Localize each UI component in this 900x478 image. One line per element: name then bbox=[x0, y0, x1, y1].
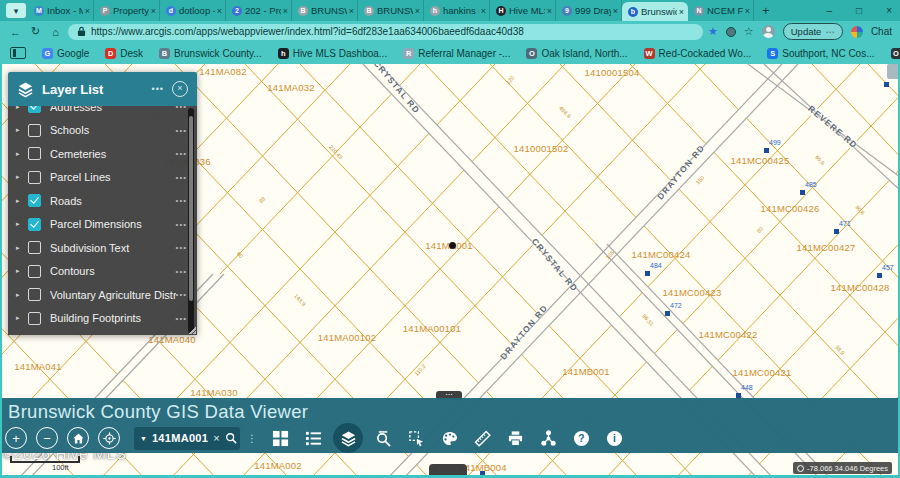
chat-pinwheel-icon[interactable] bbox=[851, 26, 863, 38]
layer-checkbox[interactable] bbox=[28, 241, 41, 254]
extension-icon[interactable] bbox=[726, 27, 736, 37]
layer-checkbox[interactable] bbox=[28, 265, 41, 278]
layer-item-menu-icon[interactable]: ••• bbox=[176, 243, 187, 252]
layer-item[interactable]: ▸ Cemeteries ••• bbox=[8, 142, 197, 166]
browser-tab[interactable]: h hankins d × bbox=[424, 0, 490, 21]
search-widget[interactable]: ▼ 141MA001 × bbox=[134, 427, 240, 450]
zoom-in-button[interactable]: + bbox=[5, 427, 27, 449]
window-control-button[interactable]: – bbox=[827, 5, 833, 16]
layer-item[interactable]: ▸ Parcel Lines ••• bbox=[8, 166, 197, 190]
layer-item-menu-icon[interactable]: ••• bbox=[176, 149, 187, 158]
tab-close-icon[interactable]: × bbox=[217, 6, 222, 16]
layer-item[interactable]: ▸ Building Footprints ••• bbox=[8, 307, 197, 331]
draw-button[interactable] bbox=[436, 425, 462, 451]
home-icon[interactable]: ⌂ bbox=[48, 26, 63, 38]
layer-list-button[interactable] bbox=[333, 423, 363, 453]
layer-checkbox[interactable] bbox=[28, 288, 41, 301]
bookmark-item[interactable]: D Desk bbox=[105, 48, 143, 59]
bookmark-item[interactable]: h Hive MLS Dashboa... bbox=[278, 48, 388, 59]
expand-caret-icon[interactable]: ▸ bbox=[16, 126, 26, 134]
tab-close-icon[interactable]: × bbox=[547, 6, 552, 16]
select-button[interactable] bbox=[403, 425, 429, 451]
browser-tab[interactable]: B BRUNSWIC × bbox=[292, 0, 358, 21]
locate-button[interactable] bbox=[98, 427, 120, 449]
expand-caret-icon[interactable]: ▸ bbox=[16, 197, 26, 205]
window-control-button[interactable]: □ bbox=[856, 5, 862, 16]
search-dropdown-caret-icon[interactable]: ▼ bbox=[140, 435, 147, 442]
tab-close-icon[interactable]: × bbox=[745, 6, 750, 16]
legend-button[interactable] bbox=[300, 425, 326, 451]
layer-item-menu-icon[interactable]: ••• bbox=[176, 196, 187, 205]
tab-close-icon[interactable]: × bbox=[151, 6, 156, 16]
print-button[interactable] bbox=[502, 425, 528, 451]
layer-item-menu-icon[interactable]: ••• bbox=[176, 126, 187, 135]
bookmark-item[interactable]: O Oak Island Restaur... bbox=[891, 48, 900, 59]
layer-checkbox[interactable] bbox=[28, 147, 41, 160]
search-input[interactable]: 141MA001 bbox=[152, 432, 208, 444]
zoom-out-button[interactable]: − bbox=[36, 427, 58, 449]
update-menu-icon[interactable]: ⋯ bbox=[825, 26, 835, 37]
browser-tab[interactable]: 9 999 Drayt × bbox=[556, 0, 622, 21]
bookmark-item[interactable]: W Red-Cockaded Wo... bbox=[644, 48, 752, 59]
bookmark-item[interactable]: R Referral Manager -... bbox=[403, 48, 510, 59]
layer-item[interactable]: ▸ Roads ••• bbox=[8, 189, 197, 213]
layer-item-menu-icon[interactable]: ••• bbox=[176, 290, 187, 299]
panel-resize-handle[interactable] bbox=[188, 326, 196, 334]
layer-checkbox[interactable] bbox=[28, 194, 41, 207]
layer-checkbox[interactable] bbox=[28, 171, 41, 184]
tab-close-icon[interactable]: × bbox=[613, 6, 618, 16]
tab-search-button[interactable]: ▾ bbox=[6, 3, 26, 18]
bookmark-item[interactable]: O Oak Island, North... bbox=[526, 48, 627, 59]
browser-tab[interactable]: B BRUNSWIC × bbox=[358, 0, 424, 21]
layer-item[interactable]: ▸ Parcel Dimensions ••• bbox=[8, 213, 197, 237]
layer-item[interactable]: ▸ Subdivision Text ••• bbox=[8, 236, 197, 260]
tab-close-icon[interactable]: × bbox=[679, 7, 684, 17]
bookmark-item[interactable]: S Southport, NC Cos... bbox=[767, 48, 874, 59]
layer-item[interactable]: ▸ Voluntary Agriculture District ••• bbox=[8, 283, 197, 307]
browser-tab[interactable]: H Hive MLS S × bbox=[490, 0, 556, 21]
layer-checkbox[interactable] bbox=[28, 124, 41, 137]
chat-button[interactable]: Chat bbox=[871, 26, 892, 37]
refresh-icon[interactable]: ↻ bbox=[28, 25, 43, 38]
share-button[interactable] bbox=[535, 425, 561, 451]
tab-close-icon[interactable]: × bbox=[415, 6, 420, 16]
about-button[interactable]: i bbox=[601, 425, 627, 451]
attribution-tab[interactable] bbox=[429, 464, 467, 475]
back-icon[interactable]: ← bbox=[8, 26, 23, 38]
collections-icon[interactable]: ☆ bbox=[744, 25, 754, 38]
toolbar-overflow-icon[interactable]: ⋮ bbox=[247, 433, 257, 444]
new-tab-button[interactable]: + bbox=[762, 3, 770, 18]
search-icon[interactable] bbox=[225, 432, 237, 444]
expand-caret-icon[interactable]: ▸ bbox=[16, 106, 26, 111]
help-button[interactable]: ? bbox=[568, 425, 594, 451]
layer-checkbox[interactable] bbox=[28, 106, 41, 113]
search-clear-icon[interactable]: × bbox=[213, 432, 219, 444]
bookmark-star-icon[interactable]: ★ bbox=[708, 25, 718, 38]
basemap-gallery-button[interactable] bbox=[267, 425, 293, 451]
tab-close-icon[interactable]: × bbox=[481, 6, 486, 16]
layer-item[interactable]: ▸ Schools ••• bbox=[8, 119, 197, 143]
home-button[interactable] bbox=[67, 427, 89, 449]
layer-list-close-icon[interactable]: × bbox=[172, 81, 188, 97]
layer-list-scrollbar[interactable] bbox=[188, 108, 194, 333]
sidebar-toggle-icon[interactable] bbox=[10, 47, 26, 59]
layer-checkbox[interactable] bbox=[28, 218, 41, 231]
expand-caret-icon[interactable]: ▸ bbox=[16, 291, 26, 299]
update-button[interactable]: Update ⋯ bbox=[783, 23, 843, 40]
layer-list-header[interactable]: Layer List ••• × bbox=[8, 72, 197, 106]
expand-caret-icon[interactable]: ▸ bbox=[16, 220, 26, 228]
browser-tab[interactable]: N NCEM FRIS × bbox=[688, 0, 754, 21]
expand-caret-icon[interactable]: ▸ bbox=[16, 314, 26, 322]
layer-checkbox[interactable] bbox=[28, 312, 41, 325]
browser-tab[interactable]: d dotloop - × bbox=[160, 0, 226, 21]
expand-caret-icon[interactable]: ▸ bbox=[16, 244, 26, 252]
layer-list-menu-icon[interactable]: ••• bbox=[152, 84, 164, 94]
bookmark-item[interactable]: B Brunswick County... bbox=[159, 48, 262, 59]
layer-item[interactable]: ▸ Addresses ••• bbox=[8, 106, 197, 119]
browser-tab[interactable]: 2 202 - Prop × bbox=[226, 0, 292, 21]
url-field[interactable]: https://www.arcgis.com/apps/webappviewer… bbox=[68, 24, 703, 40]
window-control-button[interactable]: × bbox=[886, 5, 892, 16]
layer-item-menu-icon[interactable]: ••• bbox=[176, 106, 187, 111]
tab-close-icon[interactable]: × bbox=[85, 6, 90, 16]
browser-tab[interactable]: M Inbox - M × bbox=[28, 0, 94, 21]
